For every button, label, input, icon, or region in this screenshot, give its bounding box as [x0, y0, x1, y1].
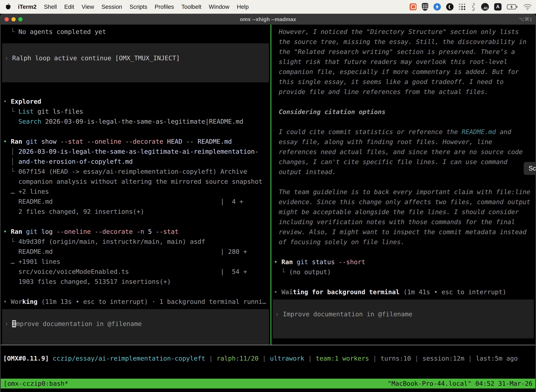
- terminal-line: • Ran git status --short: [271, 257, 535, 267]
- terminal-line: of focusing solely on file lines.: [271, 237, 535, 247]
- terminal-line: 2 files changed, 92 insertions(+): [1, 206, 270, 217]
- terminal-line: [1, 217, 270, 227]
- terminal-line: [271, 177, 535, 187]
- terminal-line: evidence. Since this change only affects…: [271, 197, 535, 207]
- terminal-line: The team guideline is to back every impo…: [271, 187, 535, 197]
- left-prompt-line[interactable]: › Improve documentation in @filename: [2, 319, 269, 329]
- chat-status-icon[interactable]: [410, 2, 416, 11]
- wifi-status-icon[interactable]: [523, 2, 532, 11]
- menu-status-icons: ..61 A: [410, 2, 532, 11]
- terminal-line: └ 067f154 (HEAD -> essay/ai-reimplementa…: [1, 167, 270, 177]
- battery-status-icon[interactable]: [507, 2, 518, 11]
- window-shortcut-badge: ⌥⌘1: [519, 14, 532, 25]
- terminal-line: [1, 126, 270, 136]
- terminal-line: README.md | 4 +: [1, 196, 270, 206]
- right-pane-output: However, I noticed the "Directory Struct…: [271, 27, 535, 297]
- omx-status-bar: [OMX#0.11.9] cczip/essay/ai-reimplementa…: [1, 353, 535, 363]
- terminal-content: └ No agents completed yet › Ralph loop a…: [0, 25, 536, 392]
- menu-items: iTerm2ShellEditViewSessionScriptsProfile…: [18, 4, 249, 10]
- menu-item-profiles[interactable]: Profiles: [155, 4, 174, 10]
- tmux-host-clock: "MacBook-Pro-44.local" 04:52 31-Mar-26: [388, 379, 532, 388]
- terminal-line: [271, 277, 535, 287]
- terminal-line: README.md | 280 +: [1, 247, 270, 257]
- terminal-line: › Improve documentation in @filename: [2, 319, 269, 329]
- tmux-status-bar: [omx-cczip0:bash* "MacBook-Pro-44.local"…: [1, 379, 535, 388]
- menu-item-help[interactable]: Help: [237, 4, 249, 10]
- squiggle-status-icon[interactable]: [471, 2, 476, 11]
- terminal-line: 1903 files changed, 513517 insertions(+): [1, 277, 270, 287]
- terminal-line: might be acceptable alongside the file l…: [271, 207, 535, 217]
- menu-item-session[interactable]: Session: [101, 4, 122, 10]
- window-title: omx --xhigh --madmax: [0, 14, 536, 25]
- apple-logo-icon[interactable]: [5, 3, 11, 10]
- terminal-line: └ 4b9d30f (origin/main, instructkr/main,…: [1, 237, 270, 247]
- terminal-line: │ and-the-erosion-of-copyleft.md: [1, 156, 270, 167]
- left-prompt-input[interactable]: › Improve documentation in @filename: [2, 309, 269, 345]
- terminal-line: • Ran git log --oneline --decorate -n 5 …: [1, 227, 270, 237]
- terminal-line: review. Also, I might want to inspect th…: [271, 227, 535, 237]
- right-prompt-line[interactable]: › Improve documentation in @filename: [273, 309, 534, 319]
- terminal-line: … +1901 lines: [1, 257, 270, 267]
- terminal-line: changes, I can't cite specific file line…: [271, 157, 535, 167]
- grid-dots-status-icon[interactable]: [459, 2, 465, 11]
- terminal-line: provide file and line references from th…: [271, 87, 535, 97]
- terminal-line: including verification notes with those …: [271, 217, 535, 227]
- right-prompt-input[interactable]: › Improve documentation in @filename: [273, 299, 534, 338]
- terminal-line: └ List git ls-files: [1, 107, 270, 117]
- terminal-line: this single essay, it seems like a good …: [271, 77, 535, 87]
- bolt-blue-status-icon[interactable]: [433, 2, 441, 11]
- terminal-line: [271, 97, 535, 107]
- terminal-line: essay file, along with finding root file…: [271, 137, 535, 147]
- terminal-line: [271, 117, 535, 127]
- menu-item-iterm2[interactable]: iTerm2: [18, 4, 37, 10]
- terminal-line: slight risk that future readers may over…: [271, 57, 535, 67]
- terminal-line: … +2 lines: [1, 187, 270, 196]
- terminal-line: › Improve documentation in @filename: [273, 309, 534, 319]
- terminal-line: I could cite commit statistics or refere…: [271, 127, 535, 137]
- left-top-line: └ No agents completed yet: [1, 27, 270, 37]
- menu-item-view[interactable]: View: [81, 4, 94, 10]
- terminal-line: companion file, especially if more comme…: [271, 67, 535, 77]
- left-pane-output: • Explored └ List git ls-files Search 20…: [1, 96, 270, 307]
- terminal-line: • Ran git show --stat --oneline --decora…: [1, 136, 270, 146]
- terminal-line: output instead.: [271, 167, 535, 177]
- terminal-line: • Explored: [1, 96, 270, 107]
- inject-prompt-line[interactable]: › Ralph loop active continue [OMX_TMUX_I…: [2, 53, 269, 63]
- terminal-line: Search 2026-03-09-is-legal-the-same-as-l…: [1, 117, 270, 126]
- menu-item-toolbelt[interactable]: Toolbelt: [181, 4, 201, 10]
- inject-prompt-box[interactable]: › Ralph loop active continue [OMX_TMUX_I…: [2, 43, 269, 82]
- terminal-line: companion analysis without altering the …: [1, 177, 270, 187]
- terminal-line: src/voice/voiceModeEnabled.ts | 54 +: [1, 267, 270, 277]
- menu-item-edit[interactable]: Edit: [64, 4, 74, 10]
- terminal-line: references need actual files, and since …: [271, 147, 535, 157]
- terminal-line: › Ralph loop active continue [OMX_TMUX_I…: [2, 53, 269, 63]
- terminal-line: [OMX#0.11.9] cczip/essay/ai-reimplementa…: [1, 353, 535, 363]
- moon-status-icon[interactable]: [446, 2, 454, 11]
- badge-61-status-icon[interactable]: ..61: [481, 2, 489, 11]
- screen-overlay-button[interactable]: Scre: [524, 162, 536, 175]
- keyboard-a-status-icon[interactable]: A: [494, 2, 502, 11]
- menu-item-shell[interactable]: Shell: [44, 4, 57, 10]
- terminal-line: However, I noticed the "Directory Struct…: [271, 27, 535, 37]
- terminal-line: │ 2026-03-09-is-legal-the-same-as-legiti…: [1, 146, 270, 156]
- tmux-session-label: [omx-cczip0:bash*: [4, 379, 68, 388]
- left-pane: └ No agents completed yet › Ralph loop a…: [1, 25, 270, 345]
- terminal-line: • Waiting for background terminal (1m 41…: [271, 287, 535, 297]
- menu-item-scripts[interactable]: Scripts: [129, 4, 147, 10]
- terminal-line: [271, 247, 535, 257]
- terminal-line: └ (no output): [271, 267, 535, 277]
- terminal-line: • Working (11m 13s • esc to interrupt) ·…: [1, 297, 270, 307]
- terminal-line: └ No agents completed yet: [1, 27, 270, 37]
- terminal-line: Considering citation options: [271, 107, 535, 117]
- shield-grid-status-icon[interactable]: [422, 2, 428, 11]
- right-pane: However, I noticed the "Directory Struct…: [271, 25, 535, 345]
- status-separator: [1, 345, 535, 345]
- terminal-line: [1, 287, 270, 297]
- terminal-line: the source tree, missing the essay. Stil…: [271, 37, 535, 47]
- menu-item-window[interactable]: Window: [209, 4, 229, 10]
- macos-menu-bar: iTerm2ShellEditViewSessionScriptsProfile…: [0, 0, 536, 14]
- terminal-line: the "Related research writing" section i…: [271, 47, 535, 57]
- window-title-bar: omx --xhigh --madmax ⌥⌘1: [0, 14, 536, 25]
